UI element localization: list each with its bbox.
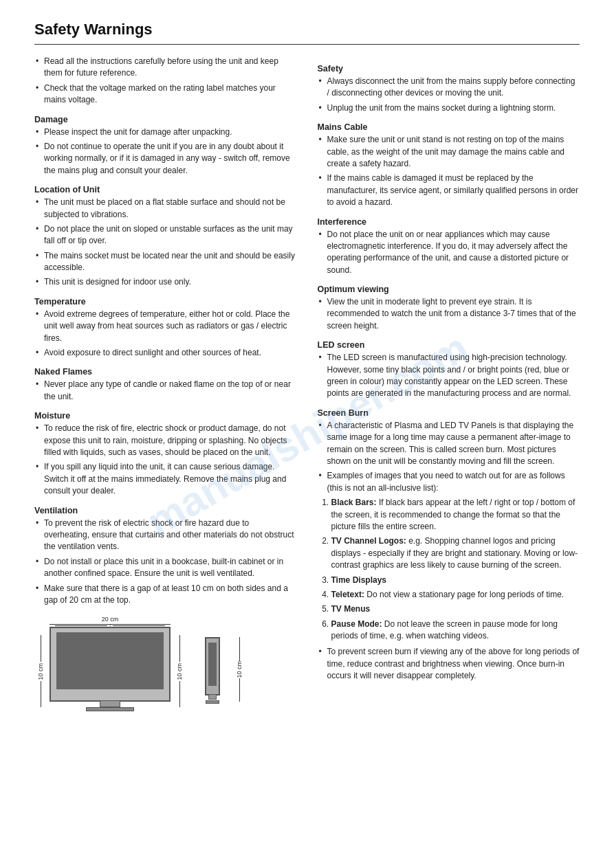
screen-burn-num-5: TV Menus xyxy=(331,603,580,615)
ventilation-item-2: Do not install or place this unit in a b… xyxy=(34,556,297,580)
temperature-heading: Temperature xyxy=(34,297,297,307)
location-item-3: The mains socket must be located near th… xyxy=(34,250,297,274)
moisture-list: To reduce the risk of fire, electric sho… xyxy=(34,423,297,497)
screen-burn-final-item: To prevent screen burn if viewing any of… xyxy=(318,646,580,682)
damage-item-2: Do not continue to operate the unit if y… xyxy=(34,141,297,177)
right-column: Safety Always disconnect the unit from t… xyxy=(318,56,580,714)
interference-item-1: Do not place the unit on or near applian… xyxy=(318,229,580,277)
dim-right-label: 10 cm xyxy=(175,635,184,707)
optimum-viewing-heading: Optimum viewing xyxy=(318,285,580,294)
screen-burn-num-1: Black Bars: If black bars appear at the … xyxy=(331,497,580,533)
safety-item-2: Unplug the unit from the mains socket du… xyxy=(318,102,580,114)
intro-item-2: Check that the voltage marked on the rat… xyxy=(34,82,297,107)
tv-stand-base xyxy=(86,707,134,711)
intro-item-1: Read all the instructions carefully befo… xyxy=(34,56,297,80)
temperature-item-1: Avoid extreme degrees of temperature, ei… xyxy=(34,309,297,344)
screen-burn-list: A characteristic of Plasma and LED TV Pa… xyxy=(318,420,580,494)
ventilation-item-1: To prevent the risk of electric shock or… xyxy=(34,518,297,553)
screen-burn-num-4-text: Do not view a stationary page for long p… xyxy=(366,590,564,599)
safety-heading: Safety xyxy=(318,64,580,74)
location-item-2: Do not place the unit on sloped or unsta… xyxy=(34,223,297,247)
tv-screen xyxy=(56,632,164,689)
ventilation-item-3: Make sure that there is a gap of at leas… xyxy=(34,583,297,607)
tv-side-diagram: 10 cm xyxy=(198,632,243,714)
screen-burn-num-3: Time Displays xyxy=(331,575,580,586)
location-item-4: This unit is designed for indoor use onl… xyxy=(34,276,297,288)
screen-burn-num-2-label: TV Channel Logos: xyxy=(331,536,406,546)
screen-burn-final-list: To prevent screen burn if viewing any of… xyxy=(318,646,580,682)
led-screen-list: The LED screen is manufactured using hig… xyxy=(318,352,580,400)
naked-flames-list: Never place any type of candle or naked … xyxy=(34,379,297,403)
ventilation-diagram: 20 cm ↕ 10 cm 10 cm xyxy=(34,614,297,714)
optimum-viewing-list: View the unit in moderate light to preve… xyxy=(318,296,580,332)
screen-burn-item-1: A characteristic of Plasma and LED TV Pa… xyxy=(318,420,580,468)
screen-burn-num-2: TV Channel Logos: e.g. Shopping channel … xyxy=(331,535,580,571)
location-item-1: The unit must be placed on a flat stable… xyxy=(34,197,297,221)
damage-list: Please inspect the unit for damage after… xyxy=(34,126,297,177)
damage-item-1: Please inspect the unit for damage after… xyxy=(34,126,297,138)
damage-heading: Damage xyxy=(34,115,297,124)
mains-cable-item-2: If the mains cable is damaged it must be… xyxy=(318,173,580,208)
screen-burn-num-4: Teletext: Do not view a stationary page … xyxy=(331,589,580,601)
interference-heading: Interference xyxy=(318,217,580,227)
top-arrow-line xyxy=(50,624,171,625)
temperature-item-2: Avoid exposure to direct sunlight and ot… xyxy=(34,347,297,359)
screen-burn-num-1-label: Black Bars: xyxy=(331,498,377,507)
side-dim-right: 10 cm xyxy=(236,637,243,702)
intro-list: Read all the instructions carefully befo… xyxy=(34,56,297,107)
mains-cable-item-1: Make sure the unit or unit stand is not … xyxy=(318,134,580,170)
dim-left-label: 10 cm xyxy=(36,635,45,707)
screen-burn-num-5-label: TV Menus xyxy=(331,604,371,614)
screen-burn-num-4-label: Teletext: xyxy=(331,590,364,599)
screen-burn-num-6-label: Pause Mode: xyxy=(331,619,382,629)
tv-side-stand xyxy=(208,694,217,700)
temperature-list: Avoid extreme degrees of temperature, ei… xyxy=(34,309,297,359)
ventilation-list: To prevent the risk of electric shock or… xyxy=(34,518,297,607)
screen-burn-num-6: Pause Mode: Do not leave the screen in p… xyxy=(331,619,580,643)
led-screen-heading: LED screen xyxy=(318,340,580,350)
interference-list: Do not place the unit on or near applian… xyxy=(318,229,580,277)
tv-side-base xyxy=(206,700,219,704)
safety-list: Always disconnect the unit from the main… xyxy=(318,76,580,114)
screen-burn-heading: Screen Burn xyxy=(318,408,580,418)
led-screen-item-1: The LED screen is manufactured using hig… xyxy=(318,352,580,400)
ventilation-heading: Ventilation xyxy=(34,506,297,515)
mains-cable-heading: Mains Cable xyxy=(318,122,580,132)
mains-cable-list: Make sure the unit or unit stand is not … xyxy=(318,134,580,208)
moisture-item-1: To reduce the risk of fire, electric sho… xyxy=(34,423,297,458)
moisture-item-2: If you spill any liquid into the unit, i… xyxy=(34,461,297,497)
tv-body xyxy=(50,627,171,702)
left-column: Read all the instructions carefully befo… xyxy=(34,56,297,714)
moisture-heading: Moisture xyxy=(34,411,297,421)
screen-burn-numbered-list: Black Bars: If black bars appear at the … xyxy=(318,497,580,642)
tv-stand-neck xyxy=(100,700,120,707)
naked-flames-heading: Naked Flames xyxy=(34,367,297,377)
optimum-viewing-item-1: View the unit in moderate light to preve… xyxy=(318,296,580,332)
title-divider xyxy=(34,44,580,45)
naked-flames-item-1: Never place any type of candle or naked … xyxy=(34,379,297,403)
page-title: Safety Warnings xyxy=(34,21,580,38)
location-list: The unit must be placed on a flat stable… xyxy=(34,197,297,289)
tv-side-screen xyxy=(208,643,217,686)
content-columns: Read all the instructions carefully befo… xyxy=(34,56,580,714)
tv-side-body xyxy=(205,637,220,695)
screen-burn-num-3-label: Time Displays xyxy=(331,575,386,585)
location-heading: Location of Unit xyxy=(34,185,297,194)
safety-item-1: Always disconnect the unit from the main… xyxy=(318,76,580,100)
tv-front-diagram: 20 cm ↕ 10 cm 10 cm xyxy=(34,614,186,714)
screen-burn-item-2: Examples of images that you need to watc… xyxy=(318,470,580,494)
